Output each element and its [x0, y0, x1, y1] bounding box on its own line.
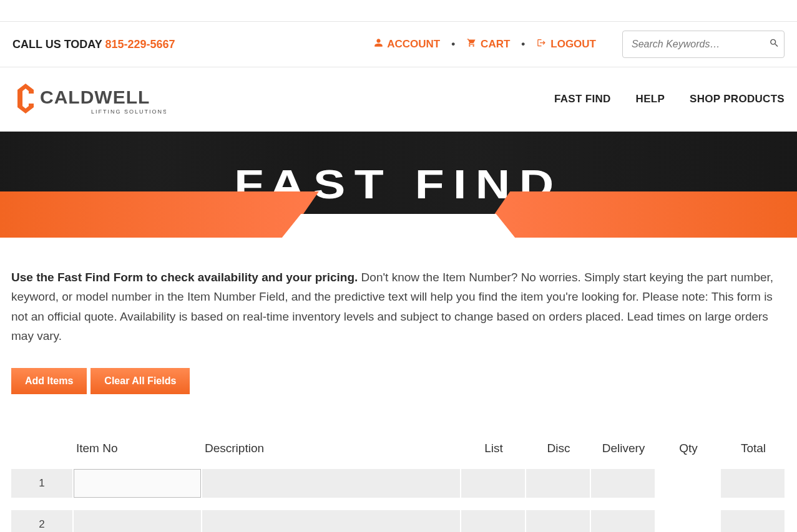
intro-text: Use the Fast Find Form to check availabi… [11, 268, 786, 346]
nav-bar: CALDWELL LIFTING SOLUTIONS FAST FIND HEL… [0, 67, 797, 132]
logout-label: LOGOUT [550, 38, 596, 51]
main-nav: FAST FIND HELP SHOP PRODUCTS [554, 93, 785, 105]
description-cell-cell [202, 469, 461, 498]
account-label: ACCOUNT [387, 38, 440, 51]
action-buttons: Add Items Clear All Fields [11, 368, 786, 394]
search-input[interactable] [622, 31, 785, 58]
row-number: 1 [11, 469, 74, 498]
item-no-input[interactable] [74, 469, 201, 498]
col-header-disc: Disc [526, 442, 591, 457]
col-header-delivery: Delivery [591, 442, 656, 457]
separator-dot: • [521, 38, 525, 51]
add-items-button[interactable]: Add Items [11, 368, 87, 394]
cart-link[interactable]: CART [466, 38, 510, 51]
col-header-blank [11, 442, 74, 457]
separator-dot: • [451, 38, 455, 51]
search-box [622, 31, 785, 58]
qty-input-cell [656, 469, 721, 498]
description-cell-cell [202, 510, 461, 532]
disc-cell-cell [526, 510, 591, 532]
qty-input[interactable] [657, 469, 720, 498]
cart-icon [466, 38, 477, 51]
col-header-qty: Qty [656, 442, 721, 457]
qty-input[interactable] [657, 510, 720, 532]
delivery-cell-cell [591, 510, 656, 532]
nav-fast-find[interactable]: FAST FIND [554, 93, 611, 105]
item-no-input[interactable] [74, 510, 201, 532]
row-number: 2 [11, 510, 74, 532]
col-header-item-no: Item No [74, 442, 202, 457]
disc-cell-cell [526, 469, 591, 498]
fast-find-table: Item No Description List Disc Delivery Q… [11, 429, 786, 532]
hero-accent-right [478, 191, 797, 238]
call-label: CALL US TODAY [12, 38, 105, 51]
list-cell-cell [461, 469, 526, 498]
qty-input-cell [656, 510, 721, 532]
cart-label: CART [481, 38, 510, 51]
table-row: 1 [11, 469, 786, 498]
top-spacer [0, 0, 797, 21]
search-icon [769, 40, 780, 51]
nav-shop-products[interactable]: SHOP PRODUCTS [690, 93, 785, 105]
search-button[interactable] [769, 38, 780, 51]
hero-banner: FAST FIND [0, 132, 797, 238]
phone-number[interactable]: 815-229-5667 [105, 38, 175, 51]
item-no-input-cell [74, 510, 202, 532]
delivery-cell-cell [591, 469, 656, 498]
call-us-text: CALL US TODAY 815-229-5667 [12, 38, 175, 51]
hero-notch [263, 214, 534, 261]
item-no-input-cell [74, 469, 202, 498]
top-bar: CALL US TODAY 815-229-5667 ACCOUNT • CAR… [0, 21, 797, 67]
brand-tagline: LIFTING SOLUTIONS [91, 109, 166, 115]
col-header-list: List [461, 442, 526, 457]
nav-help[interactable]: HELP [636, 93, 665, 105]
col-header-total: Total [721, 442, 786, 457]
account-link[interactable]: ACCOUNT [374, 38, 440, 51]
hero-accent-left [0, 191, 319, 238]
user-icon [374, 38, 383, 51]
top-links: ACCOUNT • CART • LOGOUT [374, 31, 785, 58]
intro-bold: Use the Fast Find Form to check availabi… [11, 271, 358, 284]
clear-all-button[interactable]: Clear All Fields [90, 368, 190, 394]
brand-name: CALDWELL [40, 87, 150, 107]
fast-find-table-wrap: Item No Description List Disc Delivery Q… [11, 429, 786, 532]
logout-icon [536, 38, 547, 51]
brand-logo[interactable]: CALDWELL LIFTING SOLUTIONS [10, 79, 166, 120]
col-header-description: Description [202, 442, 461, 457]
total-cell-cell [721, 469, 786, 498]
total-cell-cell [721, 510, 786, 532]
list-cell-cell [461, 510, 526, 532]
logout-link[interactable]: LOGOUT [536, 38, 596, 51]
table-row: 2 [11, 510, 786, 532]
content-area: Use the Fast Find Form to check availabi… [0, 238, 797, 532]
table-header-row: Item No Description List Disc Delivery Q… [11, 442, 786, 457]
